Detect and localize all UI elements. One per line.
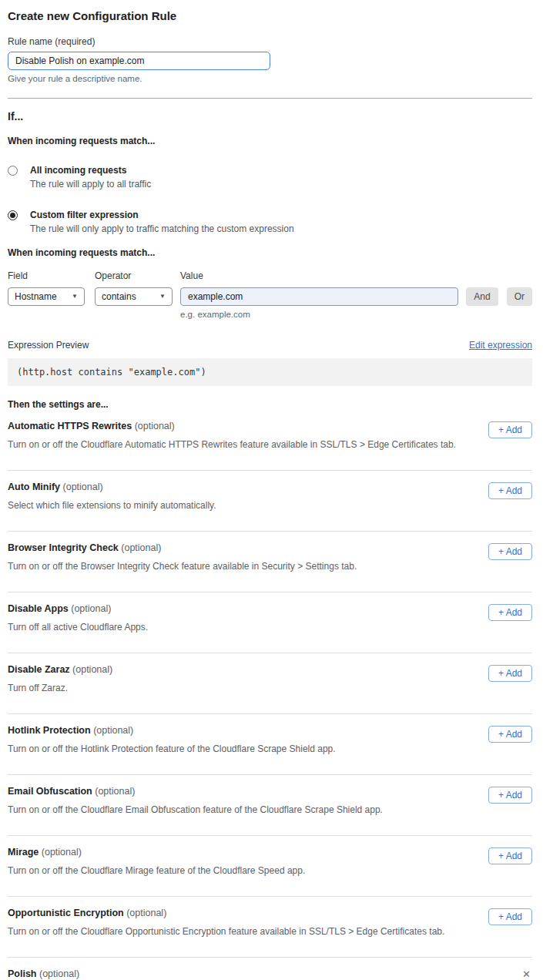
- then-settings-label: Then the settings are...: [8, 399, 532, 410]
- setting-optional-label: (optional): [121, 542, 161, 553]
- setting-row: Opportunistic Encryption (optional) Turn…: [8, 897, 532, 958]
- operator-select[interactable]: contains ▼: [95, 287, 173, 306]
- settings-list: Automatic HTTPS Rewrites (optional) Turn…: [8, 410, 532, 958]
- setting-row: Disable Apps (optional) Turn off all act…: [8, 592, 532, 653]
- radio-option-description: The rule will only apply to traffic matc…: [30, 223, 294, 234]
- add-setting-button[interactable]: + Add: [488, 847, 532, 864]
- add-setting-button[interactable]: + Add: [488, 665, 532, 682]
- setting-row: Mirage (optional) Turn on or off the Clo…: [8, 836, 532, 897]
- setting-row: Auto Minify (optional) Select which file…: [8, 471, 532, 532]
- value-input[interactable]: [180, 287, 458, 306]
- setting-optional-label: (optional): [63, 482, 103, 492]
- add-setting-button[interactable]: + Add: [488, 604, 532, 621]
- operator-label: Operator: [95, 270, 173, 281]
- setting-optional-label: (optional): [71, 603, 111, 614]
- setting-description: Turn on or off the Cloudflare Automatic …: [8, 439, 532, 450]
- setting-name: Mirage: [8, 847, 39, 858]
- setting-name: Email Obfuscation: [8, 786, 92, 797]
- setting-description: Turn on or off the Cloudflare Opportunis…: [8, 926, 532, 937]
- section-divider: [8, 98, 532, 99]
- add-setting-button[interactable]: + Add: [488, 421, 532, 438]
- radio-option-description: The rule will apply to all traffic: [30, 179, 151, 190]
- setting-row: Automatic HTTPS Rewrites (optional) Turn…: [8, 410, 532, 471]
- chevron-down-icon: ▼: [159, 294, 166, 300]
- setting-optional-label: (optional): [135, 421, 175, 431]
- setting-name: Disable Zaraz: [8, 664, 70, 675]
- setting-name: Browser Integrity Check: [8, 542, 119, 553]
- setting-row: Disable Zaraz (optional) Turn off Zaraz.…: [8, 653, 532, 714]
- setting-description: Turn on or off the Browser Integrity Che…: [8, 561, 532, 572]
- expression-preview-code: (http.host contains "example.com"): [8, 358, 532, 386]
- rule-name-input[interactable]: [8, 52, 270, 70]
- setting-description: Turn off Zaraz.: [8, 683, 532, 693]
- setting-optional-label: (optional): [93, 725, 133, 736]
- chevron-down-icon: ▼: [72, 294, 78, 300]
- incoming-requests-match-label: When incoming requests match...: [8, 247, 532, 258]
- radio-checked-icon[interactable]: [8, 210, 18, 220]
- setting-name: Automatic HTTPS Rewrites: [8, 421, 132, 431]
- expression-preview-label: Expression Preview: [8, 340, 89, 351]
- add-setting-button[interactable]: + Add: [488, 787, 532, 804]
- page-title: Create new Configuration Rule: [8, 9, 532, 22]
- rule-name-help: Give your rule a descriptive name.: [8, 74, 532, 83]
- add-setting-button[interactable]: + Add: [488, 482, 532, 499]
- setting-optional-label: (optional): [42, 847, 82, 858]
- setting-row: Email Obfuscation (optional) Turn on or …: [8, 775, 532, 836]
- field-select-value: Hostname: [15, 291, 57, 302]
- setting-description: Turn on or off the Hotlink Protection fe…: [8, 743, 532, 754]
- setting-name: Opportunistic Encryption: [8, 908, 124, 918]
- add-setting-button[interactable]: + Add: [488, 726, 532, 743]
- setting-name: Disable Apps: [8, 603, 69, 614]
- setting-description: Turn on or off the Cloudflare Email Obfu…: [8, 804, 532, 815]
- setting-row: Hotlink Protection (optional) Turn on or…: [8, 714, 532, 775]
- setting-optional-label: (optional): [126, 908, 166, 918]
- setting-optional-label: (optional): [39, 968, 79, 979]
- radio-option-label: Custom filter expression: [30, 210, 294, 220]
- field-select[interactable]: Hostname ▼: [8, 287, 85, 306]
- incoming-requests-match-label: When incoming requests match...: [8, 136, 532, 146]
- setting-name: Hotlink Protection: [8, 725, 91, 736]
- setting-row: Browser Integrity Check (optional) Turn …: [8, 532, 532, 592]
- value-label: Value: [180, 270, 458, 281]
- expression-builder-row: Field Hostname ▼ Operator contains ▼ Val…: [8, 270, 532, 319]
- or-button[interactable]: Or: [507, 287, 532, 306]
- rule-name-label: Rule name (required): [8, 36, 532, 47]
- close-icon[interactable]: ✕: [522, 969, 531, 979]
- if-heading: If...: [8, 110, 532, 123]
- field-label: Field: [8, 270, 85, 281]
- setting-name: Auto Minify: [8, 482, 60, 492]
- radio-unchecked-icon[interactable]: [8, 166, 18, 176]
- add-setting-button[interactable]: + Add: [488, 908, 532, 925]
- edit-expression-link[interactable]: Edit expression: [469, 340, 532, 351]
- radio-all-incoming-requests[interactable]: All incoming requests The rule will appl…: [8, 165, 532, 190]
- and-button[interactable]: And: [466, 287, 498, 306]
- operator-select-value: contains: [102, 291, 136, 302]
- setting-description: Select which file extensions to minify a…: [8, 500, 532, 511]
- setting-description: Turn off all active Cloudflare Apps.: [8, 622, 532, 633]
- create-configuration-rule-form: Create new Configuration Rule Rule name …: [0, 0, 543, 980]
- value-help: e.g. example.com: [180, 310, 458, 319]
- setting-optional-label: (optional): [95, 786, 135, 797]
- radio-custom-filter-expression[interactable]: Custom filter expression The rule will o…: [8, 210, 532, 234]
- add-setting-button[interactable]: + Add: [488, 543, 532, 560]
- setting-name: Polish: [8, 968, 37, 979]
- radio-option-label: All incoming requests: [30, 165, 151, 176]
- setting-description: Turn on or off the Cloudflare Mirage fea…: [8, 865, 532, 876]
- setting-row-polish: Polish (optional) ✕ Change the settings …: [8, 958, 532, 980]
- setting-optional-label: (optional): [72, 664, 112, 675]
